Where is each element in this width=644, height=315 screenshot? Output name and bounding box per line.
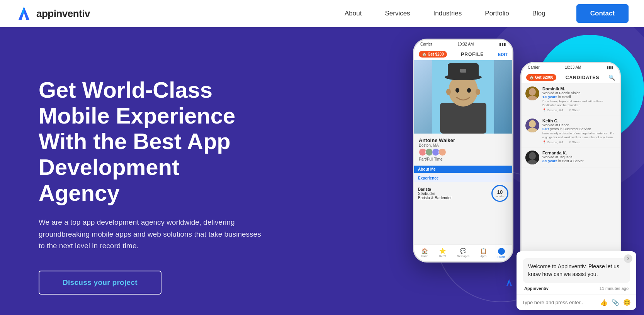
phone1-about-bar: About Me — [414, 166, 512, 173]
svg-point-9 — [455, 88, 459, 93]
phone-profile: Carrier 10:32 AM ▮▮▮ 🏠 Get $200 PROFILE … — [413, 39, 513, 262]
phone2-time: 10:33 AM — [565, 65, 581, 69]
candidate-item-1: Dominik M. Worked at Peonie Vision 1.5 y… — [522, 83, 620, 115]
logo-text: appinventiv — [36, 8, 90, 20]
chat-input-field[interactable] — [522, 300, 596, 305]
phone1-avatars — [419, 148, 508, 156]
chat-sender: Appinventiv — [524, 286, 549, 291]
phone1-exp-bar: Experience — [414, 174, 512, 182]
phone1-get-badge: 🏠 Get $200 — [419, 51, 447, 58]
phone1-status-bar: Carrier 10:32 AM ▮▮▮ — [414, 40, 512, 49]
svg-point-12 — [476, 89, 480, 95]
phone2-get-badge: 🏠 Get $2000 — [526, 74, 556, 81]
cand-avatar-2 — [525, 119, 539, 132]
phone1-profile-info: Antoine Walker Boston, MA Part/Full Time — [414, 134, 512, 164]
phones-area: Carrier 10:32 AM ▮▮▮ 🏠 Get $200 PROFILE … — [413, 39, 621, 286]
candidate-item-3: Fernanda K. Worked at Taqueria 3.9 years… — [522, 147, 620, 168]
phone1-title: PROFILE — [461, 52, 484, 57]
phone1-footer-msg: 💬 Messages — [457, 248, 469, 258]
phone1-carrier: Carrier — [420, 42, 432, 46]
svg-rect-3 — [440, 103, 486, 134]
chat-message-bubble: Welcome to Appinventiv. Please let us kn… — [523, 258, 630, 283]
phone1-time: 10:32 AM — [457, 42, 474, 46]
cand2-name: Keith C. — [542, 119, 616, 123]
phone1-footer-profile: Profile — [498, 248, 505, 258]
phone1-company: Starbucks — [418, 191, 452, 196]
svg-point-14 — [529, 88, 536, 96]
phone1-footer-apps: 📋 Apps — [480, 248, 487, 258]
cand-avatar-3 — [525, 151, 539, 164]
discuss-project-button[interactable]: Discuss your project — [39, 271, 161, 295]
phone1-profile-name: Antoine Walker — [419, 137, 508, 143]
hero-title: Get World-Class Mobile Experience With t… — [39, 77, 263, 206]
navbar: appinventiv About Services Industries Po… — [0, 0, 644, 27]
cand3-company: Worked at Taqueria 3.9 years in Host & S… — [542, 155, 616, 163]
phone1-months-num: 10 — [497, 189, 503, 195]
emoji-icon[interactable]: 😊 — [623, 299, 631, 306]
svg-point-11 — [446, 89, 451, 95]
phone1-edit[interactable]: EDIT — [498, 52, 508, 57]
appinventiv-logo-icon — [15, 5, 32, 22]
svg-point-20 — [529, 152, 536, 160]
phone1-exp-row: Barista Starbucks Barista & Bartender 10… — [414, 183, 512, 203]
cand2-location: 📍 Boston, MA ↗ Share — [542, 141, 616, 144]
phone1-job-type: Barista & Bartender — [418, 196, 452, 200]
contact-button[interactable]: Contact — [576, 4, 629, 23]
phone1-footer-rec: ⭐ Rec'd — [439, 248, 446, 258]
phone1-job-title: Barista — [418, 187, 452, 191]
phone2-status-bar: Carrier 10:33 AM ▮▮▮ — [522, 63, 620, 72]
phone2-search-icon[interactable]: 🔍 — [608, 75, 615, 81]
phone1-footer-home: 🏠 Home — [421, 248, 428, 258]
nav-services[interactable]: Services — [385, 10, 410, 17]
phone1-type: Part/Full Time — [419, 157, 508, 161]
cand2-company: Worked at Canon 5.0+ years in Customer S… — [542, 123, 616, 131]
mini-avatar-4 — [438, 148, 446, 156]
attachment-icon[interactable]: 📎 — [612, 299, 619, 306]
phone1-header: 🏠 Get $200 PROFILE EDIT — [414, 49, 512, 60]
cand1-desc: I'm a team player and works well with ot… — [542, 100, 616, 108]
phone2-title: CANDIDATES — [566, 75, 600, 80]
phone1-months-label: months — [496, 195, 505, 198]
logo-area[interactable]: appinventiv — [15, 5, 90, 22]
phone1-profile-photo — [414, 60, 512, 134]
nav-portfolio[interactable]: Portfolio — [485, 10, 509, 17]
person-illustration — [432, 60, 494, 134]
cand3-name: Fernanda K. — [542, 151, 616, 155]
chat-input-row: 👍 📎 😊 — [517, 295, 636, 310]
nav-links: About Services Industries Portfolio Blog… — [345, 4, 629, 23]
hero-subtitle: We are a top app development agency worl… — [39, 217, 263, 252]
cand1-company: Worked at Peonie Vision 1.5 years in Ret… — [542, 91, 616, 99]
phone1-battery: ▮▮▮ — [499, 42, 506, 46]
cand1-location: 📍 Boston, MA ↗ Share — [542, 108, 616, 112]
nav-blog[interactable]: Blog — [532, 10, 545, 17]
svg-point-17 — [529, 120, 536, 128]
cand-avatar-1 — [525, 86, 539, 100]
svg-point-10 — [467, 88, 471, 93]
phone1-exp-circle: 10 months — [491, 185, 508, 202]
phone2-header: 🏠 Get $2000 CANDIDATES 🔍 — [522, 72, 620, 83]
hero-section: Get World-Class Mobile Experience With t… — [0, 27, 644, 315]
phone2-battery: ▮▮▮ — [607, 65, 613, 69]
chat-widget: × Welcome to Appinventiv. Please let us … — [517, 251, 636, 310]
phone1-footer: 🏠 Home ⭐ Rec'd 💬 Messages 📋 Apps P — [414, 244, 512, 261]
nav-about[interactable]: About — [345, 10, 362, 17]
chat-body: Welcome to Appinventiv. Please let us kn… — [517, 251, 636, 294]
svg-rect-8 — [460, 69, 466, 73]
chat-icons: 👍 📎 😊 — [600, 299, 631, 306]
phone1-location: Boston, MA — [419, 143, 508, 147]
thumbs-up-icon[interactable]: 👍 — [600, 299, 608, 306]
candidate-item-2: Keith C. Worked at Canon 5.0+ years in C… — [522, 115, 620, 147]
phone2-carrier: Carrier — [528, 65, 540, 69]
hero-content: Get World-Class Mobile Experience With t… — [0, 27, 294, 315]
chat-sender-row: Appinventiv 11 minutes ago — [523, 286, 630, 291]
chat-time: 11 minutes ago — [600, 286, 629, 291]
cand2-desc: have nearly a decade of managerial exper… — [542, 132, 616, 140]
nav-industries[interactable]: Industries — [433, 10, 462, 17]
cand1-name: Dominik M. — [542, 86, 616, 91]
